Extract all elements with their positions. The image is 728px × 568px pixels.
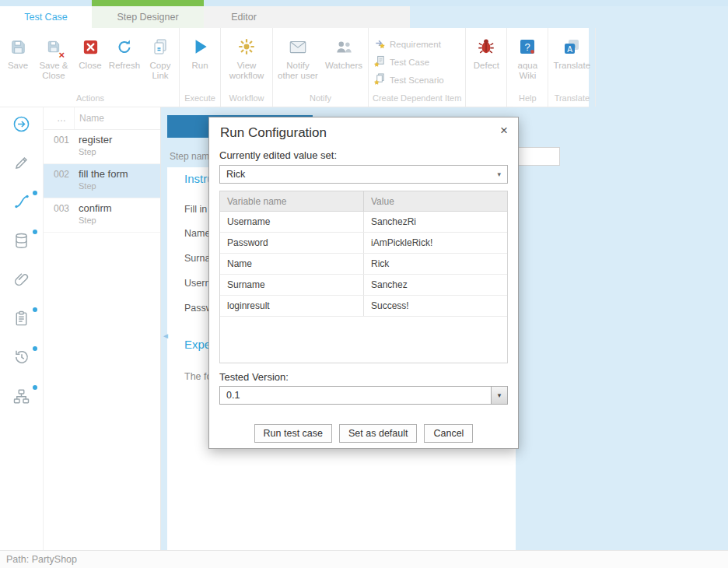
value-set-select[interactable]: Rick ▾ (219, 165, 508, 184)
variable-value-cell: Rick (363, 254, 507, 274)
close-label: Close (79, 61, 101, 71)
history-icon (12, 348, 31, 370)
cancel-button[interactable]: Cancel (424, 424, 473, 443)
column-dots: … (44, 107, 75, 129)
variable-row[interactable]: Surname Sanchez (220, 275, 507, 296)
notify-other-user-button[interactable]: Notify other user (275, 35, 320, 81)
variable-row[interactable]: loginresult Success! (220, 296, 507, 317)
save-and-close-button[interactable]: × Save & Close (33, 35, 74, 81)
defect-button[interactable]: Defect (468, 35, 504, 71)
tab-step-designer-label: Step Designer (117, 12, 178, 23)
save-and-close-label: Save & Close (33, 61, 74, 81)
tested-version-combo[interactable]: 0.1 ▾ (219, 386, 508, 405)
rail-item-dependencies[interactable] (12, 387, 32, 408)
create-test-scenario-button[interactable]: Test Scenario (371, 73, 457, 86)
variable-value-cell: SanchezRi (363, 212, 507, 232)
watchers-label: Watchers (325, 61, 362, 71)
ribbon-group-defect: Defect (466, 28, 507, 107)
set-as-default-button[interactable]: Set as default (339, 424, 417, 443)
refresh-icon (115, 35, 134, 58)
run-test-case-button[interactable]: Run test case (254, 424, 332, 443)
modal-header: Run Configuration × (209, 117, 518, 141)
step-designer-accent-bar (92, 0, 204, 6)
field-label-surname: Surna (184, 253, 210, 264)
rail-item-attachments[interactable] (12, 271, 32, 291)
ribbon-group-translate: aA Translate Translate (548, 28, 596, 107)
modal-close-button[interactable]: × (500, 124, 508, 137)
svg-text:?: ? (525, 41, 530, 53)
field-label-name: Name (184, 228, 210, 239)
step-type: Step (79, 181, 128, 191)
watchers-button[interactable]: Watchers (322, 35, 366, 71)
step-name-label: Step nam (170, 151, 209, 162)
red-x-overlay-icon: × (58, 50, 65, 60)
copy-link-button[interactable]: Copy Link (144, 35, 177, 81)
rail-item-history[interactable] (12, 349, 32, 369)
save-icon (9, 35, 27, 58)
notification-dot (33, 307, 37, 312)
defect-label: Defect (474, 61, 499, 71)
create-requirement-button[interactable]: Requirement (371, 37, 457, 51)
ribbon-group-defect-label (468, 93, 504, 107)
test-case-icon (374, 55, 386, 68)
window-top-strip (0, 0, 728, 6)
view-workflow-label: View workflow (223, 61, 270, 81)
variable-name-cell: Name (220, 254, 363, 274)
translate-button[interactable]: aA Translate (551, 35, 593, 71)
rail-item-navigate[interactable] (12, 115, 32, 135)
notify-other-user-label: Notify other user (275, 61, 320, 81)
test-case-label: Test Case (390, 58, 429, 67)
rail-item-details[interactable] (12, 310, 32, 330)
tested-version-dropdown-button[interactable]: ▾ (491, 387, 507, 404)
sidebar-rail (0, 107, 44, 550)
notification-dot (33, 230, 37, 234)
ribbon-group-notify-label: Notify (275, 93, 366, 107)
column-variable-name: Variable name (220, 191, 363, 211)
variables-table-header: Variable name Value (220, 191, 507, 212)
pencil-icon (12, 153, 31, 175)
save-button[interactable]: Save (4, 35, 32, 71)
step-row[interactable]: 003 confirm Step (44, 198, 160, 233)
app-window: { "glyphs": {"caret_down":"▾","close":"×… (0, 0, 728, 568)
translate-label: Translate (554, 61, 591, 71)
requirement-icon (374, 37, 386, 51)
status-bar: Path: PartyShop (0, 550, 728, 568)
rail-item-data[interactable] (12, 232, 32, 252)
sitemap-icon (12, 387, 30, 408)
tab-step-designer[interactable]: Step Designer (92, 6, 204, 28)
run-label: Run (191, 61, 208, 71)
run-button[interactable]: Run (182, 35, 218, 71)
defect-bug-icon (476, 35, 496, 58)
ribbon-group-workflow: View workflow Workflow (221, 28, 273, 107)
rail-item-edit[interactable] (12, 154, 32, 174)
create-test-case-button[interactable]: Test Case (371, 55, 457, 68)
notification-dot (33, 385, 37, 390)
variable-row[interactable]: Name Rick (220, 254, 507, 275)
variable-value-cell: iAmPickleRick! (363, 233, 507, 253)
close-button[interactable]: Close (75, 35, 105, 71)
tested-version-label: Tested Version: (219, 371, 508, 383)
ribbon-group-help-label: Help (509, 93, 545, 107)
collapse-panel-arrow-icon[interactable]: ◄ (162, 331, 170, 340)
rail-item-steps[interactable] (12, 193, 32, 213)
variable-value-cell: Sanchez (363, 275, 507, 295)
step-name: fill the form (79, 168, 128, 180)
tab-editor[interactable]: Editor (204, 6, 284, 28)
variable-row[interactable]: Password iAmPickleRick! (220, 233, 507, 254)
ribbon-group-actions: Save × Save & Close Close Refresh (2, 28, 180, 107)
tab-test-case[interactable]: Test Case (0, 6, 92, 28)
notification-dot (33, 191, 37, 195)
step-row[interactable]: 001 register Step (44, 130, 160, 164)
step-row-selected[interactable]: 002 fill the form Step (44, 164, 160, 198)
refresh-button[interactable]: Refresh (107, 35, 142, 71)
ribbon-group-execute: Run Execute (180, 28, 221, 107)
requirement-label: Requirement (390, 40, 441, 49)
database-icon (12, 232, 30, 253)
aqua-wiki-button[interactable]: ? aqua Wiki (509, 35, 545, 81)
variable-row[interactable]: Username SanchezRi (220, 212, 507, 233)
modal-button-row: Run test case Set as default Cancel (219, 424, 508, 443)
variable-name-cell: Password (220, 233, 363, 253)
tab-test-case-label: Test Case (24, 12, 68, 23)
tested-version-value: 0.1 (220, 387, 491, 404)
view-workflow-button[interactable]: View workflow (223, 35, 270, 81)
